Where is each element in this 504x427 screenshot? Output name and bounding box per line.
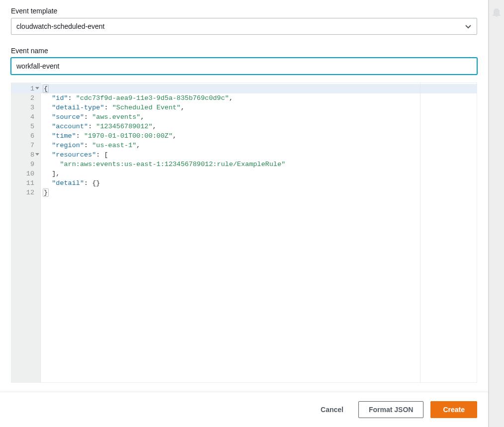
event-template-value[interactable]: cloudwatch-scheduled-event bbox=[11, 18, 477, 35]
line-number: 3 bbox=[11, 103, 34, 112]
code-line[interactable]: "time": "1970-01-01T00:00:00Z", bbox=[44, 131, 477, 141]
code-line[interactable]: "resources": [ bbox=[44, 150, 477, 160]
event-json-editor[interactable]: 1 2345678 9101112 { "id": "cdc73f9d-aea9… bbox=[11, 83, 477, 383]
code-line[interactable]: } bbox=[44, 188, 477, 197]
event-name-label: Event name bbox=[11, 47, 477, 55]
line-number: 11 bbox=[11, 178, 34, 188]
code-line[interactable]: "arn:aws:events:us-east-1:123456789012:r… bbox=[44, 160, 477, 169]
event-template-select[interactable]: cloudwatch-scheduled-event bbox=[11, 18, 477, 35]
bell-icon bbox=[492, 7, 501, 427]
line-number: 5 bbox=[11, 122, 34, 131]
code-line[interactable]: "id": "cdc73f9d-aea9-11e3-9d5a-835b769c0… bbox=[44, 93, 477, 103]
event-name-input[interactable] bbox=[11, 58, 477, 75]
cancel-button[interactable]: Cancel bbox=[313, 402, 351, 418]
editor-code-area[interactable]: { "id": "cdc73f9d-aea9-11e3-9d5a-835b769… bbox=[41, 83, 477, 382]
line-number: 2 bbox=[11, 93, 34, 103]
line-number: 4 bbox=[11, 112, 34, 122]
code-line[interactable]: ], bbox=[44, 169, 477, 178]
create-button[interactable]: Create bbox=[430, 401, 477, 418]
modal-footer: Cancel Format JSON Create bbox=[0, 392, 488, 427]
line-number: 8 bbox=[11, 150, 34, 160]
code-line[interactable]: "account": "123456789012", bbox=[44, 122, 477, 131]
configure-test-event-modal: Event template cloudwatch-scheduled-even… bbox=[0, 0, 489, 427]
right-side-panel bbox=[489, 0, 504, 427]
line-number: 9 bbox=[11, 160, 34, 169]
format-json-button[interactable]: Format JSON bbox=[358, 401, 423, 418]
code-line[interactable]: "detail-type": "Scheduled Event", bbox=[44, 103, 477, 112]
code-line[interactable]: "region": "us-east-1", bbox=[44, 141, 477, 150]
line-number: 6 bbox=[11, 131, 34, 141]
line-number: 10 bbox=[11, 169, 34, 178]
line-number: 1 bbox=[11, 84, 34, 93]
code-line[interactable]: { bbox=[44, 84, 477, 93]
line-number: 7 bbox=[11, 141, 34, 150]
code-line[interactable]: "detail": {} bbox=[44, 178, 477, 188]
editor-gutter: 1 2345678 9101112 bbox=[11, 83, 41, 382]
event-template-label: Event template bbox=[11, 7, 477, 15]
code-line[interactable]: "source": "aws.events", bbox=[44, 112, 477, 122]
line-number: 12 bbox=[11, 188, 34, 197]
